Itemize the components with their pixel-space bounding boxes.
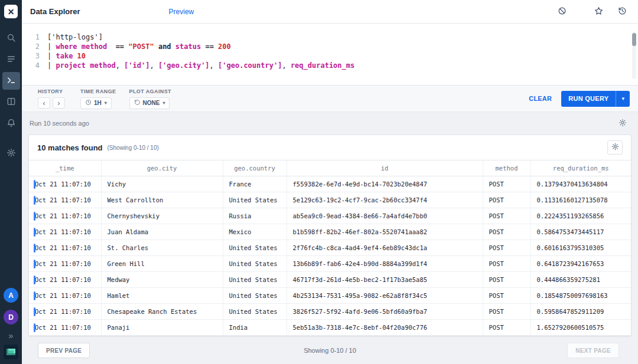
cell-time[interactable]: Oct 21 11:07:10 <box>29 208 101 224</box>
cell-country[interactable]: Russia <box>223 208 287 224</box>
sidebar-item-dashboards[interactable] <box>2 93 20 111</box>
cell-country[interactable]: United States <box>223 272 287 288</box>
table-row[interactable]: Oct 21 11:07:10West CarrolltonUnited Sta… <box>29 192 631 208</box>
cell-method[interactable]: POST <box>483 304 530 320</box>
disable-button[interactable] <box>554 4 569 19</box>
cell-duration[interactable]: 0.5958647852911209 <box>530 304 631 320</box>
cell-time[interactable]: Oct 21 11:07:10 <box>29 256 101 272</box>
cell-city[interactable]: Hamlet <box>101 288 223 304</box>
cell-id[interactable]: ab5ea9c0-9ead-4384-8e66-7a4afd4e7bb0 <box>287 208 483 224</box>
cell-duration[interactable]: 0.13794370413634804 <box>530 176 631 192</box>
prev-page-button[interactable]: PREV PAGE <box>38 343 90 358</box>
cell-duration[interactable]: 0.18548750097698163 <box>530 288 631 304</box>
clear-button[interactable]: CLEAR <box>529 95 552 102</box>
preview-link[interactable]: Preview <box>169 8 194 16</box>
column-header-id[interactable]: id <box>287 160 483 176</box>
cell-method[interactable]: POST <box>483 256 530 272</box>
cell-country[interactable]: Mexico <box>223 224 287 240</box>
cell-time[interactable]: Oct 21 11:07:10 <box>29 288 101 304</box>
cell-id[interactable]: b1b598ff-82b2-46ef-802a-5520741aaa82 <box>287 224 483 240</box>
table-row[interactable]: Oct 21 11:07:10Green HillUnited States13… <box>29 256 631 272</box>
cell-time[interactable]: Oct 21 11:07:10 <box>29 320 101 336</box>
cell-id[interactable]: 46717f3d-261d-4e5b-bec2-1f17b3ae5a85 <box>287 272 483 288</box>
table-row[interactable]: Oct 21 11:07:10HamletUnited States4b2531… <box>29 288 631 304</box>
run-query-button[interactable]: RUN QUERY ▾ <box>561 91 630 107</box>
editor-scrollbar-thumb[interactable] <box>632 33 636 46</box>
column-header-method[interactable]: method <box>483 160 530 176</box>
sidebar-item-search[interactable] <box>2 29 20 47</box>
code-line[interactable]: 2| where method == "POST" and status == … <box>28 42 627 51</box>
cell-city[interactable]: Chernyshevskiy <box>101 208 223 224</box>
column-header-time[interactable]: _time <box>29 160 101 176</box>
cell-method[interactable]: POST <box>483 224 530 240</box>
cell-city[interactable]: West Carrollton <box>101 192 223 208</box>
cell-time[interactable]: Oct 21 11:07:10 <box>29 192 101 208</box>
code-line[interactable]: 4| project method, ['id'], ['geo.city'],… <box>28 61 627 70</box>
code-line[interactable]: 1['http-logs'] <box>28 32 627 42</box>
column-header-req-duration-ms[interactable]: req_duration_ms <box>530 160 631 176</box>
workspace-avatar[interactable] <box>4 345 18 359</box>
cell-method[interactable]: POST <box>483 192 530 208</box>
table-row[interactable]: Oct 21 11:07:10St. CharlesUnited States2… <box>29 240 631 256</box>
column-header-geo-country[interactable]: geo.country <box>223 160 287 176</box>
cell-time[interactable]: Oct 21 11:07:10 <box>29 304 101 320</box>
sidebar-item-settings[interactable] <box>2 145 20 162</box>
cell-id[interactable]: f559382e-6e7d-4e9d-bc14-7023b20e4847 <box>287 176 483 192</box>
cell-country[interactable]: United States <box>223 304 287 320</box>
cell-duration[interactable]: 0.6016163795310305 <box>530 240 631 256</box>
history-back-button[interactable]: ‹ <box>38 97 50 109</box>
cell-id[interactable]: 4b253134-7531-495a-9082-e62a8f8f34c5 <box>287 288 483 304</box>
history-forward-button[interactable]: › <box>53 97 65 109</box>
cell-id[interactable]: 5e129c63-19c2-4cf7-9cac-2b60cc3347f4 <box>287 192 483 208</box>
column-header-geo-city[interactable]: geo.city <box>101 160 223 176</box>
cell-time[interactable]: Oct 21 11:07:10 <box>29 272 101 288</box>
cell-duration[interactable]: 0.6418723942167653 <box>530 256 631 272</box>
results-settings-button[interactable] <box>615 116 630 131</box>
table-row[interactable]: Oct 21 11:07:10MedwayUnited States46717f… <box>29 272 631 288</box>
cell-duration[interactable]: 0.11316160127135078 <box>530 192 631 208</box>
expand-sidebar-button[interactable]: » <box>9 332 14 340</box>
table-row[interactable]: Oct 21 11:07:10PanajiIndia5eb51a3b-7318-… <box>29 320 631 336</box>
sidebar-item-explorer[interactable] <box>2 72 20 90</box>
cell-time[interactable]: Oct 21 11:07:10 <box>29 176 101 192</box>
cell-country[interactable]: India <box>223 320 287 336</box>
cell-method[interactable]: POST <box>483 176 530 192</box>
cell-city[interactable]: Juan Aldama <box>101 224 223 240</box>
cell-duration[interactable]: 0.5864753473445117 <box>530 224 631 240</box>
cell-duration[interactable]: 0.444866359275281 <box>530 272 631 288</box>
cell-duration[interactable]: 0.2224351193265856 <box>530 208 631 224</box>
cell-method[interactable]: POST <box>483 240 530 256</box>
code-line[interactable]: 3| take 10 <box>28 51 627 61</box>
sidebar-item-alerts[interactable] <box>2 114 20 132</box>
star-button[interactable] <box>591 4 606 19</box>
cell-country[interactable]: United States <box>223 240 287 256</box>
table-row[interactable]: Oct 21 11:07:10ChernyshevskiyRussiaab5ea… <box>29 208 631 224</box>
sidebar-item-streams[interactable] <box>2 51 20 68</box>
avatar-d[interactable]: D <box>4 310 18 324</box>
cell-city[interactable]: Chesapeake Ranch Estates <box>101 304 223 320</box>
table-settings-button[interactable] <box>607 140 623 155</box>
app-logo[interactable]: ✕ <box>4 5 18 18</box>
query-editor[interactable]: 1['http-logs']2| where method == "POST" … <box>22 24 638 85</box>
cell-time[interactable]: Oct 21 11:07:10 <box>29 224 101 240</box>
cell-country[interactable]: France <box>223 176 287 192</box>
cell-id[interactable]: 5eb51a3b-7318-4e7c-8ebf-04f20a90c776 <box>287 320 483 336</box>
cell-id[interactable]: 13b6b89f-fab6-42e4-b90d-8884a399d1f4 <box>287 256 483 272</box>
avatar-a[interactable]: A <box>4 288 18 303</box>
cell-method[interactable]: POST <box>483 272 530 288</box>
cell-country[interactable]: United States <box>223 256 287 272</box>
cell-city[interactable]: Green Hill <box>101 256 223 272</box>
time-range-dropdown[interactable]: 1H ▾ <box>80 97 112 109</box>
table-row[interactable]: Oct 21 11:07:10Juan AldamaMexicob1b598ff… <box>29 224 631 240</box>
next-page-button[interactable]: NEXT PAGE <box>567 343 619 358</box>
table-row[interactable]: Oct 21 11:07:10VichyFrancef559382e-6e7d-… <box>29 176 631 192</box>
cell-city[interactable]: Panaji <box>101 320 223 336</box>
cell-time[interactable]: Oct 21 11:07:10 <box>29 240 101 256</box>
cell-id[interactable]: 3826f527-5f92-4afd-9e06-5bfd60a9fba7 <box>287 304 483 320</box>
cell-id[interactable]: 2f76fc4b-c8ca-4ad4-9ef4-6eb89c43dc1a <box>287 240 483 256</box>
cell-city[interactable]: St. Charles <box>101 240 223 256</box>
cell-method[interactable]: POST <box>483 208 530 224</box>
query-history-button[interactable] <box>614 4 630 19</box>
cell-city[interactable]: Medway <box>101 272 223 288</box>
cell-method[interactable]: POST <box>483 320 530 336</box>
